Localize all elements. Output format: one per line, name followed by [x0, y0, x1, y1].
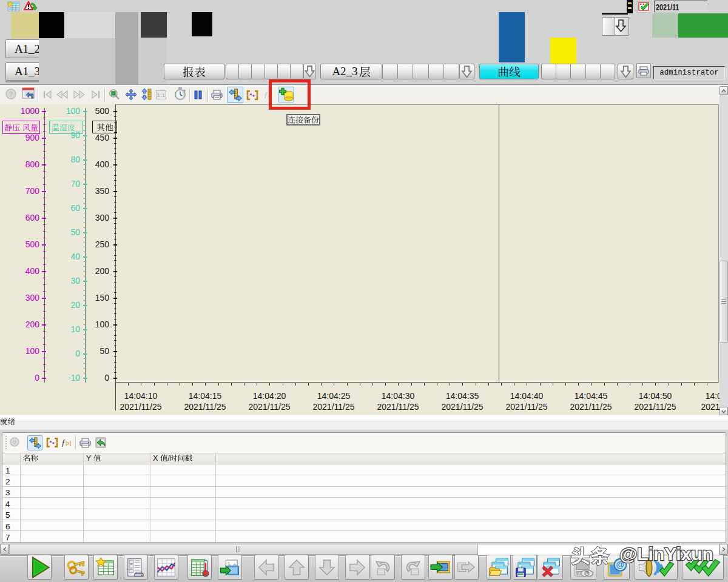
- svg-text:1:1: 1:1: [157, 92, 165, 98]
- svg-text:?: ?: [9, 90, 13, 98]
- svg-text:[x]: [x]: [66, 440, 72, 446]
- svg-text:?: ?: [13, 439, 16, 446]
- svg-text:ƒ: ƒ: [61, 438, 66, 447]
